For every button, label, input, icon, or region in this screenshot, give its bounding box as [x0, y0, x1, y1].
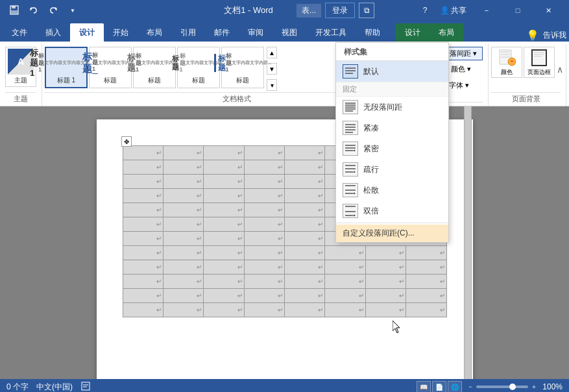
table-cell[interactable] — [285, 232, 325, 246]
tab-review[interactable]: 审阅 — [239, 23, 272, 42]
login-button[interactable]: 登录 — [325, 3, 355, 18]
table-cell[interactable] — [325, 260, 365, 275]
table-cell[interactable] — [365, 260, 406, 275]
table-cell[interactable] — [123, 232, 163, 246]
tab-help[interactable]: 帮助 — [356, 23, 389, 42]
table-cell[interactable] — [244, 217, 284, 232]
table-cell[interactable] — [163, 175, 203, 189]
table-cell[interactable] — [123, 246, 163, 260]
table-cell[interactable] — [285, 160, 325, 175]
table-cell[interactable] — [244, 160, 284, 175]
table-cell[interactable] — [244, 289, 284, 303]
table-cell[interactable] — [204, 232, 244, 246]
table-cell[interactable] — [365, 246, 406, 260]
customize-quick-access-button[interactable]: ▼ — [64, 4, 82, 17]
table-cell[interactable] — [244, 275, 284, 289]
table-cell[interactable] — [365, 289, 406, 303]
table-cell[interactable] — [244, 203, 284, 217]
table-cell[interactable] — [406, 303, 446, 317]
page-border-button[interactable]: 页面边框 — [524, 47, 555, 78]
undo-button[interactable] — [25, 4, 43, 17]
table-cell[interactable] — [204, 160, 244, 175]
table-cell[interactable] — [406, 275, 446, 289]
tab-layout[interactable]: 布局 — [138, 23, 171, 42]
table-cell[interactable] — [204, 146, 244, 160]
table-cell[interactable] — [163, 232, 203, 246]
tab-design[interactable]: 设计 — [70, 23, 104, 42]
table-cell[interactable] — [244, 303, 284, 317]
close-button[interactable]: ✕ — [534, 0, 564, 21]
spacing-tight-item[interactable]: 紧凑 — [336, 117, 448, 138]
table-cell[interactable] — [365, 303, 406, 317]
tab-mailing[interactable]: 邮件 — [205, 23, 239, 42]
tell-me-label[interactable]: 告诉我 — [543, 30, 566, 41]
table-cell[interactable] — [204, 217, 244, 232]
table-cell[interactable] — [244, 175, 284, 189]
spacing-default-item[interactable]: 默认 — [336, 61, 448, 82]
maximize-button[interactable]: □ — [503, 0, 533, 21]
zoom-track[interactable] — [476, 386, 528, 388]
table-cell[interactable] — [325, 303, 365, 317]
read-view-button[interactable]: 📖 — [417, 381, 431, 392]
table-cell[interactable] — [285, 275, 325, 289]
table-cell[interactable] — [123, 203, 163, 217]
style-biaoti2[interactable]: 标题 标题 1 文字内容文字内容... 标题 — [133, 47, 176, 88]
web-view-button[interactable]: 🌐 — [448, 381, 462, 392]
redo-button[interactable] — [44, 4, 62, 17]
table-cell[interactable] — [406, 260, 446, 275]
table-cell[interactable] — [204, 260, 244, 275]
table-cell[interactable] — [123, 275, 163, 289]
zoom-out-button[interactable]: － — [467, 382, 474, 391]
table-cell[interactable] — [163, 246, 203, 260]
help-icon[interactable]: ? — [415, 0, 435, 21]
table-cell[interactable] — [285, 303, 325, 317]
table-cell[interactable] — [123, 303, 163, 317]
spacing-sparse-item[interactable]: 疏行 — [336, 159, 448, 180]
table-cell[interactable] — [325, 289, 365, 303]
table-move-handle[interactable]: ✥ — [121, 136, 132, 147]
table-cell[interactable] — [285, 146, 325, 160]
table-cell[interactable] — [244, 189, 284, 203]
edit-mode-icon[interactable] — [80, 381, 91, 393]
table-cell[interactable] — [163, 160, 203, 175]
table-cell[interactable] — [244, 232, 284, 246]
table-cell[interactable] — [285, 289, 325, 303]
table-cell[interactable] — [204, 303, 244, 317]
share-button[interactable]: 👤 共享 — [436, 5, 470, 16]
table-cell[interactable] — [163, 189, 203, 203]
zoom-level[interactable]: 100% — [542, 382, 563, 391]
table-cell[interactable] — [365, 275, 406, 289]
table-cell[interactable] — [163, 303, 203, 317]
page-color-button[interactable]: 颜色 — [491, 47, 522, 78]
tab-table-design[interactable]: 设计 — [396, 23, 430, 42]
table-cell[interactable] — [244, 146, 284, 160]
table-cell[interactable] — [123, 217, 163, 232]
table-cell[interactable] — [406, 289, 446, 303]
zoom-in-button[interactable]: ＋ — [531, 382, 537, 391]
table-cell[interactable] — [325, 275, 365, 289]
tab-start[interactable]: 开始 — [104, 23, 138, 42]
table-cell[interactable] — [163, 289, 203, 303]
table-cell[interactable] — [285, 260, 325, 275]
style-biaoti[interactable]: 标题 标题 1 文字内容文字内容... 标题 — [89, 47, 132, 88]
tab-developer[interactable]: 开发工具 — [306, 23, 356, 42]
save-button[interactable] — [5, 4, 23, 17]
table-cell[interactable] — [123, 160, 163, 175]
gallery-scroll-up[interactable]: ▲ — [267, 47, 277, 58]
table-cell[interactable] — [285, 189, 325, 203]
table-cell[interactable] — [123, 260, 163, 275]
ribbon-collapse-button[interactable]: ∧ — [553, 63, 566, 76]
window-restore-button[interactable]: ⧉ — [359, 3, 374, 18]
spacing-custom-item[interactable]: 自定义段落间距(C)... — [336, 225, 448, 242]
style-biaoti1[interactable]: 标题 1 标题 1 文字内容文字内容文字内容... 标题 1 — [45, 47, 88, 88]
table-cell[interactable] — [163, 146, 203, 160]
tab-references[interactable]: 引用 — [171, 23, 205, 42]
table-cell[interactable] — [244, 260, 284, 275]
table-cell[interactable] — [123, 175, 163, 189]
table-cell[interactable] — [285, 246, 325, 260]
gallery-scroll-down[interactable]: ▼ — [267, 63, 277, 75]
zoom-slider[interactable]: － ＋ — [467, 382, 537, 391]
table-cell[interactable] — [204, 246, 244, 260]
table-cell[interactable] — [163, 260, 203, 275]
table-cell[interactable] — [163, 275, 203, 289]
